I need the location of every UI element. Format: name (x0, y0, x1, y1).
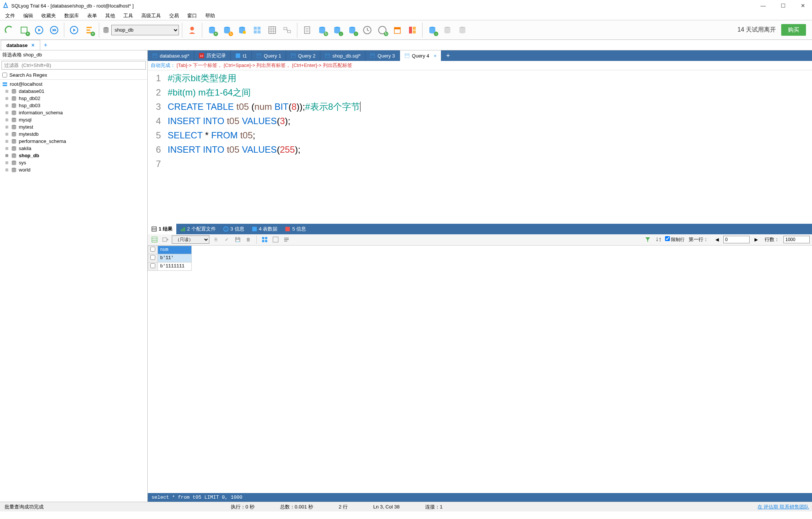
view-text-button[interactable] (282, 235, 291, 244)
expand-icon[interactable]: ⊞ (5, 103, 10, 108)
menu-item[interactable]: 高级工具 (138, 12, 165, 20)
menu-item[interactable]: 收藏夹 (38, 12, 60, 20)
query-tab[interactable]: Query 4× (400, 50, 442, 61)
menu-item[interactable]: 交易 (165, 12, 183, 20)
menu-item[interactable]: 工具 (120, 12, 137, 20)
layout-button[interactable] (406, 23, 419, 37)
connection-tab[interactable]: database × (1, 40, 40, 50)
expand-icon[interactable]: ⊞ (5, 132, 10, 136)
cell-value[interactable]: b'1111111 (158, 262, 192, 270)
checkbox-header[interactable] (148, 246, 158, 254)
first-row-input[interactable] (723, 236, 750, 243)
tree-root[interactable]: root@localhost (0, 80, 147, 88)
db-tool3-button[interactable] (456, 23, 469, 37)
search-regex-checkbox[interactable]: Search As Regex (0, 71, 147, 80)
schema-button[interactable] (250, 23, 264, 37)
first-prev-button[interactable]: ◀ (712, 235, 721, 244)
export-button[interactable] (300, 23, 314, 37)
tree-db-item[interactable]: ⊞mytest (0, 123, 147, 131)
tree-db-item[interactable]: ⊞mysql (0, 116, 147, 123)
first-next-button[interactable]: ▶ (751, 235, 760, 244)
menu-item[interactable]: 编辑 (20, 12, 37, 20)
expand-icon[interactable]: ⊞ (5, 139, 10, 143)
view-form-button[interactable] (271, 235, 280, 244)
db-sync-button[interactable]: ↻ (220, 23, 234, 37)
db-tool2-button[interactable] (441, 23, 454, 37)
rtool3-button[interactable]: 💾 (233, 235, 242, 244)
close-button[interactable]: ✕ (801, 3, 805, 9)
row-checkbox[interactable] (148, 262, 158, 270)
calendar-button[interactable] (391, 23, 404, 37)
explain-button[interactable] (67, 23, 81, 37)
rtool4-button[interactable]: 🗑 (244, 235, 253, 244)
grid-mode-button[interactable] (150, 235, 159, 244)
query-tab[interactable]: database.sql* (148, 50, 194, 61)
db-compare-button[interactable] (235, 23, 249, 37)
refresh-button[interactable]: ↻ (376, 23, 389, 37)
result-grid[interactable]: numb'11'b'1111111 (148, 246, 812, 493)
table-row[interactable]: b'11' (148, 254, 192, 262)
buy-button[interactable]: 购买 (781, 24, 806, 36)
expand-icon[interactable]: ⊞ (5, 96, 10, 100)
tree-db-item[interactable]: ⊞world (0, 166, 147, 173)
format-button[interactable]: + (82, 23, 96, 37)
minimize-button[interactable]: — (760, 3, 766, 9)
regex-checkbox-input[interactable] (2, 73, 7, 77)
sidebar-filter-input[interactable] (2, 61, 146, 70)
execute-button[interactable] (32, 23, 46, 37)
rtool2-button[interactable]: ✓ (222, 235, 231, 244)
tree-db-item[interactable]: ⊞sys (0, 159, 147, 166)
tree-db-item[interactable]: ⊞sakila (0, 145, 147, 152)
result-tab[interactable]: 4 表数据 (248, 224, 282, 234)
db-refresh-button[interactable]: ↻ (315, 23, 329, 37)
tree-db-item[interactable]: ⊞performance_schema (0, 138, 147, 145)
new-query-tab-button[interactable]: + (441, 52, 454, 60)
new-connection-button[interactable] (2, 23, 16, 37)
expand-icon[interactable]: ⊞ (5, 161, 10, 165)
readonly-select[interactable]: （只读） (172, 235, 209, 244)
menu-item[interactable]: 其他 (102, 12, 119, 20)
tree-db-item[interactable]: ⊞database01 (0, 88, 147, 95)
code-area[interactable]: #演示bit类型使用#bit(m) m在1-64之间CREATE TABLE t… (165, 70, 812, 224)
close-icon[interactable]: × (434, 53, 437, 59)
menu-item[interactable]: 表单 (83, 12, 101, 20)
result-tab[interactable]: i3 信息 (220, 224, 248, 234)
tree-db-item[interactable]: ⊞shop_db (0, 152, 147, 159)
new-connection-tab-button[interactable]: + (40, 40, 51, 50)
expand-icon[interactable]: ⊞ (5, 146, 10, 150)
table-button[interactable] (265, 23, 279, 37)
dropdown-button[interactable] (161, 235, 170, 244)
expand-icon[interactable]: ⊞ (5, 168, 10, 172)
rows-input[interactable] (783, 236, 810, 243)
query-tab[interactable]: Query 2 (286, 50, 320, 61)
menu-item[interactable]: 窗口 (183, 12, 201, 20)
query-tab[interactable]: t1 (231, 50, 252, 61)
database-select[interactable]: shop_db (111, 25, 179, 35)
sort-button[interactable] (654, 235, 663, 244)
expand-icon[interactable]: ⊞ (5, 111, 10, 115)
limit-checkbox[interactable]: 限制行 (665, 236, 685, 243)
expand-icon[interactable]: ⊞ (5, 125, 10, 129)
query-tab[interactable]: 18历史记录 (194, 50, 231, 61)
menu-item[interactable]: 帮助 (201, 12, 219, 20)
tree-db-item[interactable]: ⊞mytestdb (0, 131, 147, 138)
history-button[interactable] (361, 23, 374, 37)
status-link[interactable]: 在 评估期 联系销售团队 (757, 504, 809, 510)
relations-button[interactable] (280, 23, 294, 37)
query-tab[interactable]: shop_db.sql* (320, 50, 365, 61)
sql-editor[interactable]: 1234567 #演示bit类型使用#bit(m) m在1-64之间CREATE… (148, 70, 812, 224)
menu-item[interactable]: 文件 (2, 12, 19, 20)
expand-icon[interactable]: ⊞ (5, 118, 10, 122)
filter-button[interactable] (643, 235, 652, 244)
tree-db-item[interactable]: ⊞information_schema (0, 109, 147, 116)
maximize-button[interactable]: ☐ (781, 3, 786, 9)
expand-icon[interactable]: ⊞ (5, 89, 10, 93)
db-down-button[interactable]: ↓ (330, 23, 344, 37)
view-grid-button[interactable] (260, 235, 269, 244)
execute-all-button[interactable] (47, 23, 61, 37)
rtool1-button[interactable]: ⎘ (211, 235, 220, 244)
row-checkbox[interactable] (148, 254, 158, 262)
db-up-button[interactable]: ↑ (345, 23, 359, 37)
user-manager-button[interactable] (185, 23, 199, 37)
db-create-button[interactable]: + (205, 23, 219, 37)
